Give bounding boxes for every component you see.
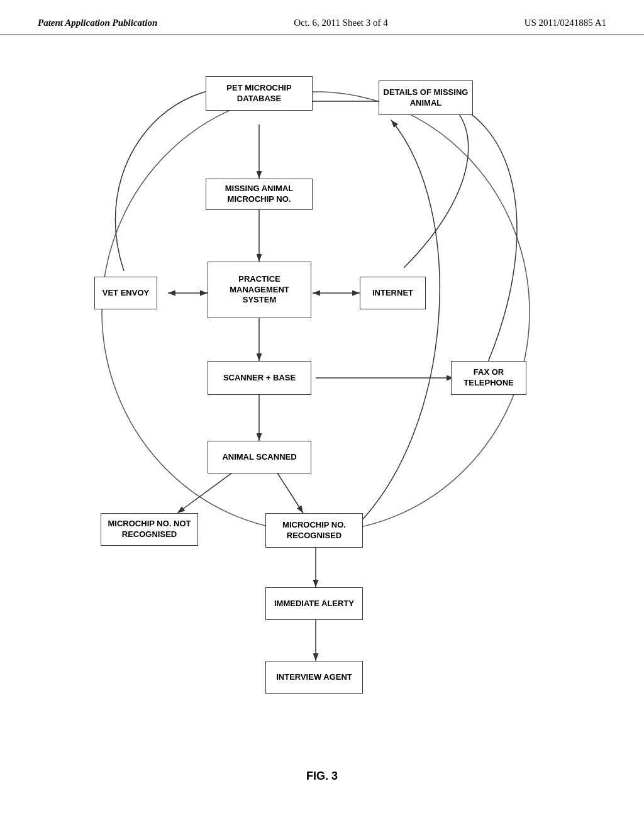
- svg-line-10: [177, 469, 237, 513]
- header-date-sheet: Oct. 6, 2011 Sheet 3 of 4: [294, 18, 387, 28]
- box-internet: INTERNET: [360, 277, 426, 309]
- box-details-missing: DETAILS OF MISSING ANIMAL: [379, 80, 473, 115]
- box-fax-telephone: FAX OR TELEPHONE: [451, 361, 526, 395]
- box-vet-envoy: VET ENVOY: [94, 277, 157, 309]
- box-microchip-not-recognised: MICROCHIP NO. NOT RECOGNISED: [101, 513, 198, 546]
- box-microchip-recognised: MICROCHIP NO. RECOGNISED: [265, 513, 363, 548]
- page: Patent Application Publication Oct. 6, 2…: [0, 0, 644, 830]
- diagram-container: PET MICROCHIP DATABASE DETAILS OF MISSIN…: [52, 54, 592, 765]
- box-immediate-alert: IMMEDIATE ALERTY: [265, 587, 363, 620]
- box-pet-microchip-db: PET MICROCHIP DATABASE: [206, 76, 313, 111]
- box-practice-mgmt: PRACTICE MANAGEMENT SYSTEM: [208, 262, 311, 318]
- svg-point-2: [102, 92, 530, 532]
- header-patent-number: US 2011/0241885 A1: [525, 18, 606, 28]
- header: Patent Application Publication Oct. 6, 2…: [0, 0, 644, 35]
- figure-label: FIG. 3: [0, 770, 644, 783]
- svg-line-11: [275, 469, 303, 513]
- box-missing-microchip: MISSING ANIMAL MICROCHIP NO.: [206, 179, 313, 210]
- box-scanner-base: SCANNER + BASE: [208, 361, 311, 395]
- box-animal-scanned: ANIMAL SCANNED: [208, 441, 311, 473]
- diagram-svg: [52, 54, 592, 765]
- box-interview-agent: INTERVIEW AGENT: [265, 661, 363, 694]
- header-publication-label: Patent Application Publication: [38, 18, 157, 28]
